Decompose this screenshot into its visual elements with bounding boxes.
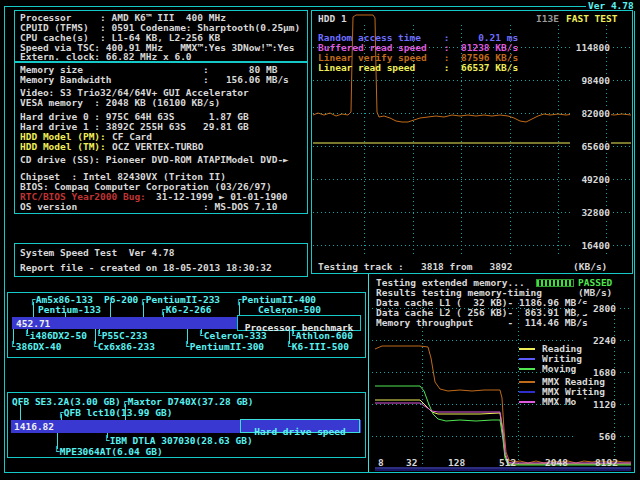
- axis-label-1680: 1680: [576, 368, 617, 378]
- axis-label-2240: 2240: [576, 336, 617, 346]
- mem-throughput-line: Memory throughput - 114.46 MB/s: [376, 318, 588, 328]
- connector-line: [285, 312, 286, 315]
- legend-swatch: [519, 391, 535, 393]
- axis-label-2800: 2800: [576, 304, 617, 314]
- axis-label-1120: 1120: [576, 400, 617, 410]
- speedsys-screen: Ver 4.78 452.71 Processor benchmark 1416…: [0, 0, 640, 480]
- mem-x-512: 512: [499, 458, 516, 468]
- hdd-benchmark-label: Hard drive speed: [254, 426, 346, 437]
- cpu-ref-celeron-333: └Celeron-333: [198, 331, 267, 341]
- memory-test-progress-bar: [536, 279, 574, 287]
- connector-line: [163, 312, 164, 317]
- axis-label-98400: 98400: [570, 76, 611, 86]
- report-file-line: Report file - created on 18-05-2013 18:3…: [20, 263, 272, 273]
- cpu-ref-k6-2-266: ┌K6-2-266: [160, 305, 211, 315]
- legend-swatch: [519, 381, 535, 383]
- hdd-ref-maxtor: ┌Maxtor D740X(37.28 GB): [122, 397, 254, 407]
- cpu-ref-k6-iii: └K6-III-500: [286, 342, 349, 352]
- hdd-ref-ibm-dtla: └IBM DTLA 307030(28.63 GB): [104, 436, 253, 446]
- cpu-ref-386dx: └386DX-40: [10, 342, 61, 352]
- mem-x-8192: 8192: [595, 458, 618, 468]
- legend-moving: Moving: [542, 364, 576, 374]
- hdd-benchmark-value: 1416.82: [14, 422, 54, 432]
- app-title-line: System Speed Test Ver 4.78: [20, 248, 174, 258]
- connector-line: [239, 302, 240, 315]
- cpu-ref-athlon-600: └Athlon-600: [290, 331, 353, 341]
- connector-line: [293, 329, 294, 334]
- axis-label-82000: 82000: [570, 109, 611, 119]
- hdd-graph-unit: (KB/s): [573, 262, 607, 272]
- cpu-ref-pii-300: └PentiumII-300: [184, 342, 264, 352]
- connector-line: [33, 302, 34, 317]
- cpu-ref-p55c: └P55C-233: [96, 331, 147, 341]
- connector-line: [95, 329, 96, 344]
- hdd-ref-qfb-se: QFB SE3.2A(3.00 GB): [12, 397, 121, 407]
- connector-line: [143, 302, 144, 317]
- hdd-ref-mpe: └MPE3064AT(6.04 GB): [54, 447, 163, 457]
- connector-line: [61, 414, 62, 420]
- cpu-ref-i486dx2: └i486DX2-50: [24, 331, 87, 341]
- cpu-line-clock: Extern. clock: 66.82 MHz x 6.0: [20, 52, 192, 62]
- legend-swatch: [519, 348, 535, 350]
- mem-x-128: 128: [448, 458, 465, 468]
- cpu-benchmark-label-box: Processor benchmark: [237, 315, 361, 331]
- hdd-test-title: HDD 1: [318, 14, 347, 24]
- connector-line: [125, 404, 126, 420]
- hdd-ref-qfb-lct: ┌QFB lct10(13.99 GB): [58, 408, 172, 418]
- legend-swatch: [519, 368, 535, 370]
- connector-line: [107, 433, 108, 438]
- vesa-line: VESA memory : 2048 KB (16100 KB/s): [20, 98, 220, 108]
- axis-label-49200: 49200: [570, 175, 611, 185]
- connector-line: [187, 329, 188, 344]
- axis-label-560: 560: [576, 432, 617, 442]
- mem-x-32: 32: [406, 458, 417, 468]
- connector-line: [201, 329, 202, 334]
- testing-track-line: Testing track : 3818 from 3892: [318, 262, 512, 272]
- hdd-model-tm-label: HDD Model (TM):: [20, 142, 106, 152]
- connector-line: [99, 329, 100, 334]
- mem-x-8: 8: [378, 458, 384, 468]
- mem-bandwidth: Memory Bandwidth : 156.06 MB/s: [20, 75, 289, 85]
- hdd-test-fast: FAST TEST: [566, 14, 617, 24]
- connector-line: [57, 433, 58, 449]
- os-version-line: OS version : MS-DOS 7.10: [20, 202, 277, 212]
- legend-swatch: [519, 358, 535, 360]
- hdd-linear-read: Linear read speed : 66537 KB/s: [318, 63, 518, 73]
- cpu-benchmark-value: 452.71: [16, 319, 50, 329]
- cd-drive-line: CD drive (SS): Pioneer DVD-ROM ATAPIMode…: [20, 155, 289, 165]
- hdd-test-mode: I13E: [536, 14, 559, 24]
- connector-line: [27, 329, 28, 334]
- cpu-ref-celeron-500: Celeron-500: [258, 305, 321, 315]
- connector-line: [20, 404, 21, 420]
- connector-line: [65, 312, 66, 317]
- hdd-benchmark-label-box: Hard drive speed: [240, 419, 360, 433]
- axis-label-65600: 65600: [570, 142, 611, 152]
- legend-swatch: [519, 401, 535, 403]
- hdd-model-tm-value: OCZ VERTEX-TURBO: [112, 142, 204, 152]
- connector-line: [110, 302, 111, 317]
- connector-line: [368, 274, 369, 472]
- cpu-ref-cx6x86: └Cx6x86-233: [92, 342, 155, 352]
- connector-line: [13, 329, 14, 344]
- axis-label-16400: 16400: [570, 241, 611, 251]
- mem-x-2048: 2048: [545, 458, 568, 468]
- axis-label-114800: 114800: [570, 43, 611, 53]
- axis-label-32800: 32800: [570, 208, 611, 218]
- connector-line: [289, 329, 290, 344]
- cpu-ref-pentium-133: Pentium-133: [38, 305, 101, 315]
